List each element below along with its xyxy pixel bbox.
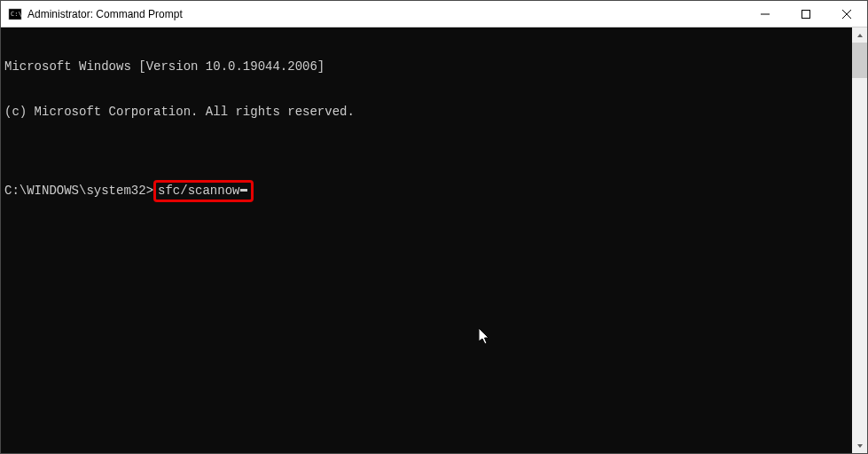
svg-rect-3	[802, 10, 810, 18]
text-cursor	[240, 189, 247, 192]
scroll-down-button[interactable]	[852, 438, 867, 453]
scroll-up-button[interactable]	[852, 27, 867, 43]
maximize-button[interactable]	[786, 1, 826, 27]
highlighted-command: sfc/scannow	[153, 180, 254, 202]
close-button[interactable]	[826, 1, 867, 27]
app-icon: C:\	[8, 7, 22, 21]
vertical-scrollbar[interactable]	[852, 27, 867, 453]
window-controls	[745, 1, 867, 27]
svg-text:C:\: C:\	[11, 11, 22, 18]
titlebar[interactable]: C:\ Administrator: Command Prompt	[1, 1, 867, 27]
client-area: Microsoft Windows [Version 10.0.19044.20…	[1, 27, 867, 453]
terminal-line: (c) Microsoft Corporation. All rights re…	[4, 105, 848, 120]
terminal-line: Microsoft Windows [Version 10.0.19044.20…	[4, 59, 848, 74]
window-title: Administrator: Command Prompt	[27, 8, 745, 20]
terminal-prompt: C:\WINDOWS\system32>	[4, 184, 153, 199]
command-text: sfc/scannow	[158, 184, 239, 199]
scroll-track[interactable]	[852, 78, 867, 438]
terminal-output[interactable]: Microsoft Windows [Version 10.0.19044.20…	[1, 27, 852, 453]
mouse-cursor-icon	[419, 313, 493, 367]
scroll-thumb[interactable]	[852, 43, 867, 78]
command-prompt-window: C:\ Administrator: Command Prompt Micros…	[0, 0, 868, 454]
minimize-button[interactable]	[745, 1, 786, 27]
terminal-command-line: C:\WINDOWS\system32>sfc/scannow	[4, 180, 848, 202]
